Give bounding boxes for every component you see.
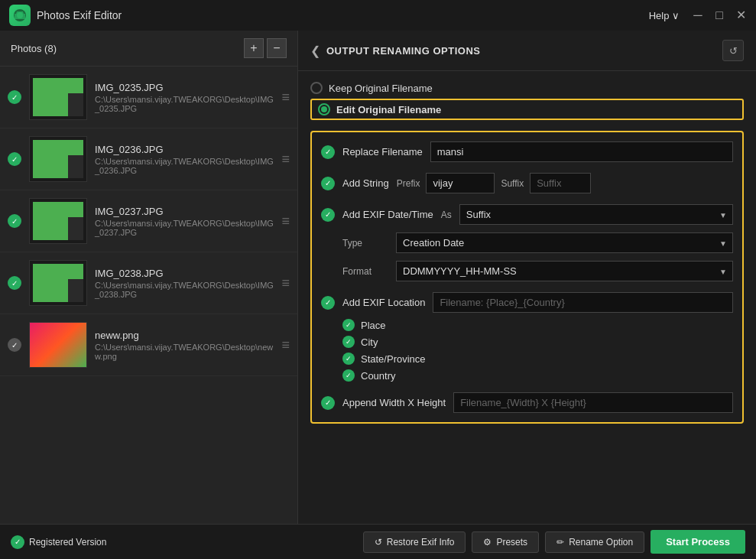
exif-date-header: ✓ Add EXIF Date/Time As Suffix Prefix ▼ bbox=[321, 204, 733, 225]
as-dropdown[interactable]: Suffix Prefix bbox=[459, 204, 733, 225]
format-row: Format DDMMYYYY_HH-MM-SS YYYYMMDD_HH-MM-… bbox=[321, 261, 733, 281]
start-process-button[interactable]: Start Process bbox=[651, 530, 745, 554]
append-wh-label: Append Width X Height bbox=[342, 397, 446, 408]
list-item[interactable]: ✓ IMG_0236.JPG C:\Users\mansi.vijay.TWEA… bbox=[0, 128, 297, 190]
list-item[interactable]: ✓ IMG_0238.JPG C:\Users\mansi.vijay.TWEA… bbox=[0, 252, 297, 314]
append-wh-row: ✓ Append Width X Height bbox=[321, 392, 733, 413]
exif-location-section: ✓ Add EXIF Location ✓ Place ✓ City bbox=[321, 292, 733, 382]
city-check-item: ✓ City bbox=[342, 336, 733, 348]
photo-thumbnail bbox=[29, 260, 87, 306]
location-check: ✓ bbox=[321, 296, 335, 310]
options-content: Keep Original Filename Edit Original Fil… bbox=[298, 71, 756, 524]
photo-menu-icon[interactable]: ≡ bbox=[281, 337, 290, 353]
close-button[interactable]: ✕ bbox=[735, 9, 747, 21]
photo-path: C:\Users\mansi.vijay.TWEAKORG\Desktop\IM… bbox=[95, 95, 274, 113]
prefix-suffix-group: Prefix Suffix bbox=[397, 173, 733, 193]
yellow-section: ✓ Replace Filename ✓ Add String Prefix S… bbox=[310, 131, 744, 424]
keep-original-label: Keep Original Filename bbox=[329, 83, 433, 94]
photo-thumbnail bbox=[29, 136, 87, 182]
photo-info: neww.png C:\Users\mansi.vijay.TWEAKORG\D… bbox=[95, 330, 274, 361]
app-logo bbox=[9, 5, 31, 26]
photo-checkbox[interactable]: ✓ bbox=[8, 214, 21, 228]
photo-path: C:\Users\mansi.vijay.TWEAKORG\Desktop\IM… bbox=[95, 281, 274, 299]
photo-menu-icon[interactable]: ≡ bbox=[281, 275, 290, 291]
titlebar: Photos Exif Editor Help ∨ ─ □ ✕ bbox=[0, 0, 756, 31]
titlebar-left: Photos Exif Editor bbox=[9, 5, 122, 26]
photo-checkbox[interactable]: ✓ bbox=[8, 338, 21, 352]
prefix-input[interactable] bbox=[426, 173, 495, 193]
suffix-input[interactable] bbox=[530, 173, 591, 193]
format-label: Format bbox=[342, 266, 388, 277]
photo-menu-icon[interactable]: ≡ bbox=[281, 89, 290, 106]
rename-option-button[interactable]: ✏ Rename Option bbox=[545, 531, 644, 553]
edit-original-option[interactable]: Edit Original Filename bbox=[318, 103, 441, 115]
photo-path: C:\Users\mansi.vijay.TWEAKORG\Desktop\IM… bbox=[95, 157, 274, 175]
registered-check-icon: ✓ bbox=[11, 535, 24, 549]
photo-name: IMG_0235.JPG bbox=[95, 82, 274, 93]
back-arrow-icon[interactable]: ❮ bbox=[310, 44, 320, 58]
place-label: Place bbox=[361, 320, 386, 331]
state-check-item: ✓ State/Province bbox=[342, 353, 733, 365]
photo-menu-icon[interactable]: ≡ bbox=[281, 213, 290, 229]
edit-original-radio[interactable] bbox=[318, 103, 330, 115]
photo-name: IMG_0238.JPG bbox=[95, 268, 274, 279]
rename-option-label: Rename Option bbox=[569, 537, 633, 548]
photo-checkbox[interactable]: ✓ bbox=[8, 152, 21, 166]
photo-menu-icon[interactable]: ≡ bbox=[281, 151, 290, 167]
radio-group: Keep Original Filename Edit Original Fil… bbox=[310, 82, 744, 120]
photos-title: Photos (8) bbox=[11, 43, 57, 54]
location-input[interactable] bbox=[433, 292, 733, 313]
list-item[interactable]: ✓ neww.png C:\Users\mansi.vijay.TWEAKORG… bbox=[0, 314, 297, 376]
country-check-item: ✓ Country bbox=[342, 369, 733, 382]
right-header-left: ❮ OUTPUT RENAMING OPTIONS bbox=[310, 44, 480, 58]
photo-info: IMG_0238.JPG C:\Users\mansi.vijay.TWEAKO… bbox=[95, 268, 274, 299]
help-button[interactable]: Help ∨ bbox=[649, 10, 680, 21]
photo-name: IMG_0237.JPG bbox=[95, 206, 274, 217]
exif-date-section: ✓ Add EXIF Date/Time As Suffix Prefix ▼ bbox=[321, 204, 733, 281]
bottom-actions: ↺ Restore Exif Info ⚙ Presets ✏ Rename O… bbox=[363, 530, 745, 554]
location-label: Add EXIF Location bbox=[342, 297, 425, 308]
suffix-label: Suffix bbox=[501, 178, 524, 189]
app-title: Photos Exif Editor bbox=[37, 9, 122, 21]
maximize-button[interactable]: □ bbox=[713, 9, 725, 21]
country-check-icon: ✓ bbox=[342, 369, 355, 382]
as-label: As bbox=[441, 210, 452, 220]
photo-path: C:\Users\mansi.vijay.TWEAKORG\Desktop\IM… bbox=[95, 219, 274, 237]
keep-original-radio[interactable] bbox=[310, 82, 323, 94]
photo-thumbnail bbox=[29, 322, 87, 368]
replace-filename-input[interactable] bbox=[430, 141, 733, 162]
photo-name: neww.png bbox=[95, 330, 274, 341]
format-dropdown[interactable]: DDMMYYYY_HH-MM-SS YYYYMMDD_HH-MM-SS MMDD… bbox=[396, 261, 733, 281]
add-photo-button[interactable]: + bbox=[244, 38, 264, 58]
add-string-row: ✓ Add String Prefix Suffix bbox=[321, 173, 733, 193]
list-item[interactable]: ✓ IMG_0237.JPG C:\Users\mansi.vijay.TWEA… bbox=[0, 190, 297, 252]
restore-exif-button[interactable]: ↺ Restore Exif Info bbox=[363, 531, 466, 553]
edit-original-label: Edit Original Filename bbox=[336, 104, 441, 115]
photos-header: Photos (8) + − bbox=[0, 31, 297, 67]
keep-original-option[interactable]: Keep Original Filename bbox=[310, 82, 744, 94]
photo-checkbox[interactable]: ✓ bbox=[8, 90, 21, 104]
type-dropdown-wrapper: Creation Date Modified Date ▼ bbox=[396, 232, 733, 253]
right-header: ❮ OUTPUT RENAMING OPTIONS ↺ bbox=[298, 31, 756, 71]
minimize-button[interactable]: ─ bbox=[692, 9, 704, 21]
append-wh-input[interactable] bbox=[453, 392, 733, 413]
refresh-button[interactable]: ↺ bbox=[722, 40, 744, 61]
prefix-label: Prefix bbox=[397, 178, 420, 189]
format-dropdown-wrapper: DDMMYYYY_HH-MM-SS YYYYMMDD_HH-MM-SS MMDD… bbox=[396, 261, 733, 281]
photo-thumbnail bbox=[29, 198, 87, 244]
type-dropdown[interactable]: Creation Date Modified Date bbox=[396, 232, 733, 253]
remove-photo-button[interactable]: − bbox=[267, 38, 287, 58]
city-check-icon: ✓ bbox=[342, 336, 355, 348]
photo-info: IMG_0235.JPG C:\Users\mansi.vijay.TWEAKO… bbox=[95, 82, 274, 113]
left-panel: Photos (8) + − ✓ IMG_0235.JPG C:\Users\m… bbox=[0, 31, 298, 524]
type-label: Type bbox=[342, 238, 388, 249]
location-header: ✓ Add EXIF Location bbox=[321, 292, 733, 313]
list-item[interactable]: ✓ IMG_0235.JPG C:\Users\mansi.vijay.TWEA… bbox=[0, 67, 297, 128]
country-label: Country bbox=[361, 370, 396, 382]
presets-button[interactable]: ⚙ Presets bbox=[472, 531, 539, 553]
page-title: OUTPUT RENAMING OPTIONS bbox=[326, 45, 480, 57]
registered-label: Registered Version bbox=[29, 537, 106, 548]
photo-checkbox[interactable]: ✓ bbox=[8, 276, 21, 290]
photos-actions: + − bbox=[244, 38, 287, 58]
titlebar-right: Help ∨ ─ □ ✕ bbox=[649, 9, 747, 21]
